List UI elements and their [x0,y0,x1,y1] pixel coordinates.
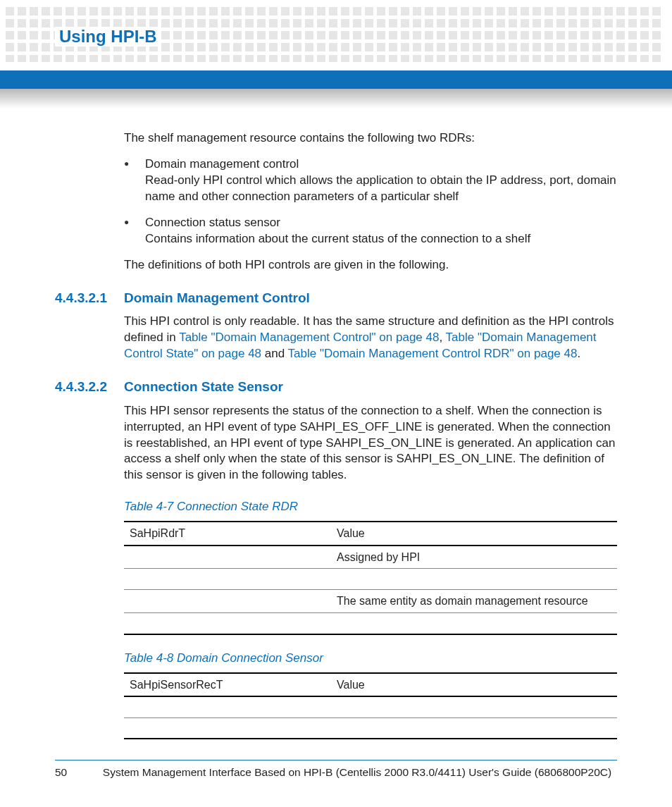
table-header: SaHpiSensorRecT [124,673,331,697]
xref-link[interactable]: Table "Domain Management Control RDR" on… [288,347,578,360]
section-number: 4.4.3.2.1 [55,289,124,307]
xref-link[interactable]: Table "Domain Management Control" on pag… [179,331,439,344]
footer-text: System Management Interface Based on HPI… [97,766,617,779]
table-header: Value [331,673,617,697]
intro-paragraph-2: The definitions of both HPI controls are… [124,257,617,273]
table-row: The same entity as domain management res… [124,590,617,613]
table-row [124,717,617,739]
rdr-bullet-list: Domain management control Read-only HPI … [124,156,617,247]
blue-header-bar [0,70,672,89]
section-1-paragraph: This HPI control is only readable. It ha… [124,314,617,362]
text-run: and [261,347,288,360]
page-header-title: Using HPI-B [55,27,161,47]
bullet-title: Connection status sensor [145,216,280,229]
list-item: Domain management control Read-only HPI … [124,156,617,205]
section-heading-2: 4.4.3.2.2 Connection State Sensor [55,378,617,396]
table-header: Value [331,522,617,546]
table-cell: Assigned by HPI [331,546,617,569]
list-item: Connection status sensor Contains inform… [124,215,617,247]
table-row: Assigned by HPI [124,546,617,569]
table-row [124,613,617,634]
table-cell [124,717,331,739]
table-cell [124,696,331,717]
section-2-paragraph: This HPI sensor represents the status of… [124,403,617,484]
table-connection-state-rdr: SaHpiRdrT Value Assigned by HPI The same… [124,521,617,634]
text-run: . [577,347,580,360]
table-cell [124,569,331,590]
table-caption-1: Table 4-7 Connection State RDR [124,499,617,515]
table-domain-connection-sensor: SaHpiSensorRecT Value [124,672,617,740]
section-title: Domain Management Control [124,289,310,307]
table-row [124,696,617,717]
intro-paragraph-1: The shelf management resource contains t… [124,130,617,147]
table-cell [331,717,617,739]
table-cell [331,696,617,717]
table-cell [331,569,617,590]
page-content: The shelf management resource contains t… [55,130,617,744]
page-number: 50 [55,766,97,779]
section-title: Connection State Sensor [124,378,283,396]
section-heading-1: 4.4.3.2.1 Domain Management Control [55,289,617,307]
table-header: SaHpiRdrT [124,522,331,546]
bullet-desc: Read-only HPI control which allows the a… [145,173,616,203]
page-footer: 50 System Management Interface Based on … [55,760,617,779]
table-cell: The same entity as domain management res… [331,590,617,613]
table-cell [124,546,331,569]
text-run: , [439,331,445,344]
section-number: 4.4.3.2.2 [55,378,124,396]
bullet-desc: Contains information about the current s… [145,232,530,245]
table-cell [124,590,331,613]
table-cell [331,613,617,634]
gray-gradient-bar [0,89,672,109]
table-cell [124,613,331,634]
bullet-title: Domain management control [145,157,299,171]
table-caption-2: Table 4-8 Domain Connection Sensor [124,651,617,667]
table-row [124,569,617,590]
